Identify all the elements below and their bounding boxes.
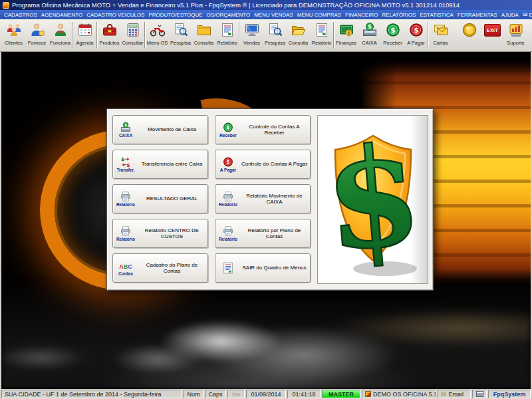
toolbox-icon — [101, 21, 118, 39]
toolbar: Clientes Fornece Funciona Agenda Produto… — [0, 19, 532, 52]
toolbar-menu-os[interactable]: Menu OS — [146, 20, 169, 51]
receber-icon: Receber — [217, 122, 239, 138]
status-insert: Ins — [227, 390, 245, 398]
employee-icon — [52, 21, 69, 39]
menu-produto-estoque[interactable]: PRODUTO/ESTOQUE — [148, 12, 202, 18]
dollar-shield-image: $ — [317, 115, 428, 284]
btn-relatorio-plano-contas[interactable]: Relatório Relatório por Plano de Contas — [215, 219, 311, 248]
toolbar-relatorio-vendas[interactable]: Relatório — [310, 20, 333, 51]
email-icon: ✉ — [523, 12, 528, 18]
email-icon: ✉ — [441, 391, 446, 398]
app-icon — [3, 2, 9, 9]
status-num-lock: Num — [184, 390, 203, 398]
search-icon — [172, 21, 190, 39]
menu-bar: CADASTROS AGENDAMENTO CADASTRO VEICULOS … — [0, 10, 532, 19]
coin-icon — [461, 21, 478, 39]
toolbar-label: Funciona — [50, 40, 70, 46]
status-time: 01:41:18 — [287, 390, 321, 398]
toolbar-label: Cartas — [433, 40, 448, 46]
toolbar-moedas[interactable] — [458, 20, 481, 51]
btn-relatorio-centro-custos[interactable]: Relatório Relatório CENTRO DE CUSTOS — [112, 219, 208, 248]
menu-email[interactable]: ✉ E-MAIL — [523, 12, 532, 18]
toolbar-suporte[interactable]: Suporte — [504, 20, 527, 51]
relatorio-icon: Relatório — [115, 225, 136, 242]
menu-os-orcamento[interactable]: OS/ORÇAMENTO — [207, 12, 251, 18]
supplier-icon — [29, 21, 46, 39]
folder-icon — [196, 21, 213, 39]
relatorio-icon: Relatório — [115, 191, 136, 207]
toolbar-receber[interactable]: Receber — [381, 20, 404, 51]
folder-open-icon — [290, 21, 307, 39]
toolbar-label: Consulta — [289, 40, 309, 46]
window-title: Programa Oficina Mecânica MOTO + Vendas … — [12, 1, 460, 9]
toolbar-label: Pesquisa — [265, 40, 285, 46]
toolbar-label: Menu OS — [147, 40, 168, 46]
status-printer[interactable] — [472, 390, 487, 398]
monitor-icon — [243, 21, 261, 39]
toolbar-consulta-vendas[interactable]: Consulta — [287, 20, 310, 51]
finance-icon — [338, 21, 355, 39]
toolbar-financas[interactable]: Finanças — [334, 20, 358, 51]
menu-compras[interactable]: MENU COMPRAS — [297, 12, 341, 18]
toolbar-sair[interactable]: EXIT — [481, 20, 504, 51]
toolbar-label: Produtos — [99, 40, 119, 46]
btn-contas-a-receber[interactable]: Receber Controle do Contas A Receber — [215, 115, 311, 144]
toolbar-label: Consultar — [122, 40, 143, 46]
toolbar-fornecedor[interactable]: Fornece — [25, 20, 49, 51]
relatorio-icon: Relatório — [217, 191, 239, 207]
calculator-icon — [124, 21, 142, 39]
status-product: DEMO OS OFICINA 5.1 — [362, 390, 436, 398]
btn-contas-a-pagar[interactable]: A Pagar Controle do Contas A Pagar — [215, 150, 311, 179]
toolbar-produtos[interactable]: Produtos — [98, 20, 121, 51]
toolbar-funcionario[interactable]: Funciona — [49, 20, 72, 51]
relatorio-icon: Relatório — [217, 225, 239, 242]
toolbar-consultar[interactable]: Consultar — [121, 20, 144, 51]
toolbar-label: CAIXA — [362, 40, 377, 46]
status-email[interactable]: ✉ Email — [438, 390, 471, 398]
toolbar-label: Pesquisa — [170, 40, 191, 46]
menu-cadastro-veiculos[interactable]: CADASTRO VEICULOS — [86, 12, 144, 18]
menu-relatorios[interactable]: RELATÓRIOS — [382, 12, 416, 18]
menu-financeiro[interactable]: FINANCEIRO — [345, 12, 378, 18]
menu-email-label: E-MAIL — [529, 12, 532, 18]
toolbar-label: Finanças — [336, 40, 356, 46]
abc-contas-icon: ABC Contas — [115, 259, 136, 277]
btn-sair-menu[interactable]: SAIR do Quadro de Menus — [215, 253, 311, 283]
clients-icon — [5, 21, 23, 39]
exit-icon: EXIT — [484, 21, 501, 39]
toolbar-caixa[interactable]: CAIXA — [358, 20, 381, 51]
btn-resultado-geral[interactable]: Relatório RESULTADO GERAL — [112, 184, 208, 213]
menu-vendas[interactable]: MENU VENDAS — [254, 12, 293, 18]
toolbar-cartas[interactable]: Cartas — [429, 20, 452, 51]
background-exhaust-blur — [1, 278, 531, 389]
status-brand: FpqSystem — [488, 390, 531, 398]
toolbar-consulta-os[interactable]: Consulta — [192, 20, 215, 51]
menu-agendamento[interactable]: AGENDAMENTO — [41, 12, 83, 18]
btn-movimento-caixa[interactable]: CAIXA Movimento de Caixa — [112, 115, 208, 144]
app-window: Programa Oficina Mecânica MOTO + Vendas … — [0, 0, 532, 399]
toolbar-pesquisa-os[interactable]: Pesquisa — [169, 20, 192, 51]
support-icon — [507, 21, 525, 39]
app-mini-icon — [365, 391, 371, 397]
toolbar-pesquisa-vendas[interactable]: Pesquisa — [263, 20, 287, 51]
toolbar-a-pagar[interactable]: A Pagar — [404, 20, 428, 51]
toolbar-label: Clientes — [5, 40, 23, 46]
menu-ferramentas[interactable]: FERRAMENTAS — [458, 12, 497, 18]
menu-cadastros[interactable]: CADASTROS — [4, 12, 37, 18]
btn-relatorio-movimento-caixa[interactable]: Relatório Relatório Movimento de CAIXA — [215, 184, 311, 213]
toolbar-relatorio-os[interactable]: Relatório — [215, 20, 239, 51]
toolbar-agenda[interactable]: Agenda — [73, 20, 96, 51]
toolbar-vendas[interactable]: Vendas — [240, 20, 263, 51]
status-user-badge: MASTER — [322, 390, 360, 398]
toolbar-label: Vendas — [243, 40, 260, 46]
menu-estatistica[interactable]: ESTATISTICA — [420, 12, 453, 18]
status-location: SUA CIDADE - UF 1 de Setembro de 2014 - … — [1, 390, 182, 398]
toolbar-label: Receber — [383, 40, 402, 46]
btn-transferencia-caixa[interactable]: Transfer. Transferencia entre Caixa — [112, 150, 208, 179]
dollar-green-icon — [384, 21, 402, 39]
status-caps-lock: Caps — [205, 390, 226, 398]
btn-cadastro-plano-contas[interactable]: ABC Contas Cadastro do Plano de Contas — [112, 253, 208, 283]
menu-ajuda[interactable]: AJUDA — [501, 12, 519, 18]
finance-menu-dialog: CAIXA Movimento de Caixa Receber Control… — [106, 108, 434, 291]
toolbar-clientes[interactable]: Clientes — [2, 20, 25, 51]
